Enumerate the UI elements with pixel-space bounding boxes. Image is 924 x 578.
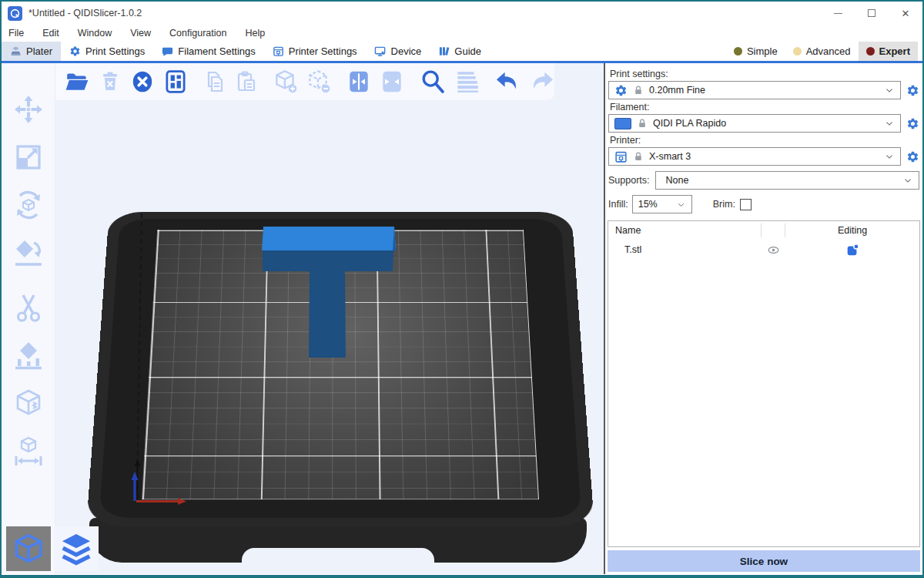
viewport-3d[interactable] bbox=[55, 63, 604, 574]
menu-view[interactable]: View bbox=[130, 28, 151, 39]
minimize-button[interactable] bbox=[821, 2, 855, 25]
undo-button[interactable] bbox=[494, 68, 521, 96]
tab-device[interactable]: Device bbox=[366, 42, 430, 61]
bed-handle-notch bbox=[242, 548, 434, 563]
slice-now-button[interactable]: Slice now bbox=[608, 550, 920, 572]
lock-icon bbox=[637, 118, 648, 129]
mode-simple[interactable]: Simple bbox=[726, 42, 785, 61]
remove-instance-button[interactable] bbox=[306, 68, 332, 96]
object-name: T.stl bbox=[608, 244, 762, 255]
cut-tool-button[interactable] bbox=[12, 291, 45, 325]
tab-printer-settings[interactable]: Printer Settings bbox=[264, 42, 366, 61]
measure-tool-button[interactable] bbox=[12, 435, 45, 469]
search-button[interactable] bbox=[419, 68, 447, 96]
app-icon bbox=[8, 6, 22, 21]
print-settings-combo[interactable]: 0.20mm Fine bbox=[608, 81, 901, 99]
object-row[interactable]: T.stl bbox=[608, 240, 919, 260]
rotate-tool-button[interactable] bbox=[12, 188, 45, 222]
mode-advanced[interactable]: Advanced bbox=[785, 42, 859, 61]
plater-icon bbox=[10, 45, 22, 57]
tab-filament-settings[interactable]: Filament Settings bbox=[153, 42, 263, 61]
chevron-down-icon bbox=[902, 175, 913, 186]
copy-button[interactable] bbox=[203, 68, 227, 96]
redo-button[interactable] bbox=[528, 68, 556, 96]
infill-label: Infill: bbox=[608, 199, 628, 210]
arrange-icon bbox=[162, 69, 189, 95]
gear-icon bbox=[906, 150, 919, 163]
place-on-face-tool-button[interactable] bbox=[12, 236, 45, 270]
open-file-button[interactable] bbox=[65, 68, 91, 96]
measure-icon bbox=[12, 435, 45, 469]
brim-label: Brim: bbox=[713, 199, 735, 210]
top-toolbar bbox=[55, 63, 554, 100]
menu-window[interactable]: Window bbox=[78, 28, 112, 39]
paste-button[interactable] bbox=[234, 68, 259, 96]
gear-icon bbox=[906, 117, 919, 130]
device-icon bbox=[374, 45, 387, 57]
undo-icon bbox=[494, 68, 521, 96]
printer-icon bbox=[614, 150, 628, 163]
split-to-objects-icon bbox=[346, 69, 372, 95]
view-3d-editor-button[interactable] bbox=[6, 526, 51, 571]
mode-simple-label: Simple bbox=[747, 45, 778, 57]
mode-expert[interactable]: Expert bbox=[859, 42, 918, 61]
infill-combo[interactable]: 15% bbox=[632, 195, 692, 213]
chevron-down-icon bbox=[884, 151, 895, 162]
edit-object-button[interactable] bbox=[785, 243, 919, 257]
tab-bar: Plater Print Settings Filament Settings … bbox=[2, 42, 922, 63]
seam-tool-button[interactable] bbox=[12, 387, 45, 421]
printer-value: X-smart 3 bbox=[649, 151, 879, 162]
maximize-icon bbox=[868, 9, 875, 17]
bed-surface-3d bbox=[86, 212, 594, 526]
print-settings-value: 0.20mm Fine bbox=[649, 85, 879, 96]
filament-combo[interactable]: QIDI PLA Rapido bbox=[608, 114, 901, 133]
edit-icon bbox=[845, 243, 859, 257]
scale-tool-button[interactable] bbox=[12, 140, 45, 174]
menu-configuration[interactable]: Configuration bbox=[169, 28, 226, 39]
arrange-button[interactable] bbox=[162, 68, 189, 96]
object-list: Name Editing T.stl bbox=[608, 220, 920, 547]
supports-combo[interactable]: None bbox=[655, 171, 919, 190]
paste-icon bbox=[234, 69, 259, 94]
gear-icon bbox=[69, 45, 81, 57]
view-mode-buttons bbox=[6, 526, 99, 571]
printer-gear-button[interactable] bbox=[906, 150, 919, 163]
open-folder-icon bbox=[65, 69, 91, 95]
print-settings-gear-button[interactable] bbox=[906, 83, 919, 97]
paint-supports-icon bbox=[12, 339, 45, 373]
view-preview-button[interactable] bbox=[54, 526, 99, 571]
menu-file[interactable]: File bbox=[8, 28, 24, 39]
split-to-parts-button[interactable] bbox=[379, 68, 405, 96]
menu-help[interactable]: Help bbox=[245, 28, 265, 39]
delete-all-button[interactable] bbox=[129, 68, 156, 96]
cut-icon bbox=[12, 291, 45, 325]
advanced-dot-icon bbox=[793, 47, 802, 55]
brim-checkbox[interactable] bbox=[740, 199, 752, 210]
bed-tray bbox=[86, 212, 594, 526]
add-instance-button[interactable] bbox=[273, 68, 299, 96]
split-to-parts-icon bbox=[379, 69, 405, 95]
delete-button[interactable] bbox=[98, 68, 122, 96]
printer-combo[interactable]: X-smart 3 bbox=[608, 147, 901, 166]
delete-all-icon bbox=[129, 69, 156, 95]
chevron-down-icon bbox=[884, 118, 895, 129]
eye-icon bbox=[767, 244, 780, 257]
tab-print-settings[interactable]: Print Settings bbox=[61, 42, 153, 61]
menu-edit[interactable]: Edit bbox=[42, 28, 59, 39]
maximize-button[interactable] bbox=[855, 2, 889, 25]
tab-device-label: Device bbox=[391, 45, 422, 57]
tab-guide[interactable]: Guide bbox=[430, 42, 490, 61]
tab-plater-label: Plater bbox=[26, 45, 52, 57]
split-to-objects-button[interactable] bbox=[346, 68, 372, 96]
paint-supports-tool-button[interactable] bbox=[12, 339, 45, 373]
chevron-down-icon bbox=[676, 200, 686, 210]
visibility-toggle[interactable] bbox=[762, 244, 785, 257]
close-button[interactable]: ✕ bbox=[889, 2, 922, 25]
simple-dot-icon bbox=[734, 47, 742, 55]
supports-label: Supports: bbox=[608, 175, 650, 186]
tab-plater[interactable]: Plater bbox=[2, 42, 61, 61]
move-tool-button[interactable] bbox=[12, 92, 45, 126]
3d-editor-icon bbox=[11, 531, 46, 566]
filament-gear-button[interactable] bbox=[906, 116, 919, 130]
variable-layer-height-button[interactable] bbox=[454, 68, 480, 96]
